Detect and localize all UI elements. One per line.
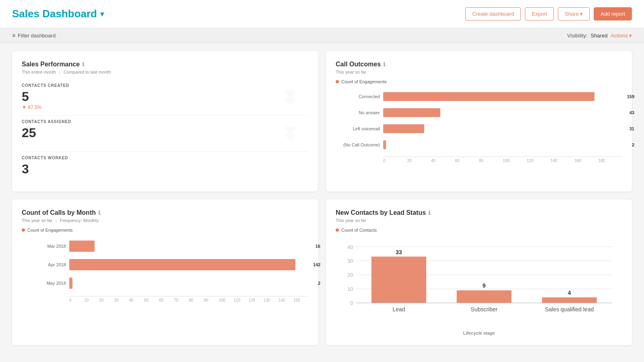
hbar-fill <box>383 140 386 149</box>
header: Sales Dashboard ▾ Create dashboard Expor… <box>0 0 644 28</box>
hbar-track: 142 <box>69 259 308 270</box>
count-of-calls-bar-row: Mar 2018 16 <box>22 241 308 252</box>
count-of-calls-date-range: This year so far | Frequency: Monthly <box>22 218 308 223</box>
hbar-fill <box>69 241 95 252</box>
sales-performance-date-range: This entire month | Compared to last mon… <box>22 70 308 74</box>
chevron-decoration-2 <box>280 123 300 144</box>
header-actions: Create dashboard Export Share ▾ Add repo… <box>465 7 632 21</box>
create-dashboard-button[interactable]: Create dashboard <box>465 7 521 21</box>
hbar-track: 43 <box>383 108 622 117</box>
contacts-created-section: CONTACTS CREATED 5 ▼ 87.5% <box>22 79 308 115</box>
new-contacts-title: New Contacts by Lead Status ℹ <box>336 209 622 216</box>
hbar-value: 43 <box>630 110 634 115</box>
new-contacts-card: New Contacts by Lead Status ℹ This year … <box>326 200 632 345</box>
hbar-value: 2 <box>632 142 634 147</box>
contacts-worked-value: 3 <box>22 162 308 175</box>
new-contacts-date-range: This year so far <box>336 218 622 223</box>
filter-label: Filter dashboard <box>18 33 56 39</box>
hbar-track: 31 <box>383 124 622 133</box>
toolbar: ≡ Filter dashboard Visibility: Shared Ac… <box>0 28 644 43</box>
hbar-label: Left voicemail <box>336 126 380 131</box>
svg-text:0: 0 <box>350 300 353 306</box>
export-button[interactable]: Export <box>525 7 554 21</box>
contacts-assigned-change: - <box>22 141 308 146</box>
hbar-value: 16 <box>316 244 320 249</box>
dashboard-grid: Sales Performance ℹ This entire month | … <box>0 43 644 353</box>
date-range-value: This entire month <box>22 70 56 74</box>
col-bar <box>542 297 597 303</box>
contacts-created-value: 5 <box>22 90 308 103</box>
page-title: Sales Dashboard <box>12 8 97 20</box>
filter-icon: ≡ <box>12 32 15 39</box>
share-button[interactable]: Share ▾ <box>558 7 590 21</box>
col-bar-value: 4 <box>568 290 571 296</box>
actions-button[interactable]: Actions ▾ <box>611 33 632 39</box>
sales-performance-info-icon[interactable]: ℹ <box>82 61 84 68</box>
count-of-calls-bar-row: Apr 2018 142 <box>22 259 308 270</box>
new-contacts-chart: 01020304033Lead9Subscriber4Sales qualifi… <box>336 237 622 335</box>
hbar-track: 159 <box>383 92 622 101</box>
sales-performance-card: Sales Performance ℹ This entire month | … <box>12 51 318 191</box>
hbar-fill <box>383 108 440 117</box>
col-bar <box>372 257 426 303</box>
visibility-area: Visibility: Shared Actions ▾ <box>567 33 632 39</box>
count-of-calls-title: Count of Calls by Month ℹ <box>22 209 308 216</box>
chevron-decoration-1 <box>280 86 300 108</box>
new-contacts-info-icon[interactable]: ℹ <box>428 210 430 216</box>
hbar-fill <box>383 92 594 101</box>
contacts-worked-label: CONTACTS WORKED <box>22 156 308 160</box>
svg-text:40: 40 <box>347 244 353 250</box>
col-bar <box>457 290 512 303</box>
visibility-label: Visibility: <box>567 33 587 39</box>
sales-performance-title: Sales Performance ℹ <box>22 61 308 68</box>
legend-dot-2 <box>22 228 25 232</box>
contacts-assigned-section: CONTACTS ASSIGNED 25 - <box>22 115 308 152</box>
hbar-fill <box>383 124 424 133</box>
call-outcomes-legend: Count of Engagements <box>336 79 622 84</box>
contacts-created-change: ▼ 87.5% <box>22 105 308 110</box>
contacts-created-label: CONTACTS CREATED <box>22 83 308 88</box>
hbar-fill <box>69 278 72 289</box>
count-of-calls-card: Count of Calls by Month ℹ This year so f… <box>12 200 318 345</box>
legend-dot-3 <box>336 228 339 232</box>
contacts-assigned-value: 25 <box>22 126 308 139</box>
call-outcomes-bar-row: Left voicemail 31 <box>336 124 622 133</box>
call-outcomes-title: Call Outcomes ℹ <box>336 61 622 68</box>
call-outcomes-info-icon[interactable]: ℹ <box>383 61 385 68</box>
hbar-value: 159 <box>627 94 634 99</box>
svg-text:20: 20 <box>347 272 353 278</box>
svg-text:30: 30 <box>347 258 353 264</box>
call-outcomes-card: Call Outcomes ℹ This year so far Count o… <box>326 51 632 191</box>
hbar-label: (No Call Outcome) <box>336 142 380 147</box>
x-axis-label: Lifecycle stage <box>336 331 622 335</box>
hbar-label: Connected <box>336 94 380 99</box>
count-of-calls-chart: Mar 2018 16 Apr 2018 142 May 2018 <box>22 237 308 306</box>
filter-dashboard-button[interactable]: ≡ Filter dashboard <box>12 32 56 39</box>
hbar-fill <box>69 259 295 270</box>
count-of-calls-info-icon[interactable]: ℹ <box>98 210 100 216</box>
hbar-value: 31 <box>630 126 634 131</box>
call-outcomes-bar-row: No answer 43 <box>336 108 622 117</box>
contacts-assigned-label: CONTACTS ASSIGNED <box>22 119 308 124</box>
count-of-calls-bar-row: May 2018 2 <box>22 278 308 289</box>
new-contacts-svg: 01020304033Lead9Subscriber4Sales qualifi… <box>336 237 622 329</box>
hbar-label: Mar 2018 <box>22 244 66 249</box>
call-outcomes-date-range: This year so far <box>336 70 622 74</box>
hbar-label: Apr 2018 <box>22 262 66 267</box>
col-bar-value: 33 <box>396 249 402 255</box>
col-bar-label: Subscriber <box>471 306 497 313</box>
svg-text:10: 10 <box>347 286 353 292</box>
hbar-track: 2 <box>383 140 622 149</box>
add-report-button[interactable]: Add report <box>594 7 632 21</box>
hbar-value: 142 <box>313 262 320 267</box>
hbar-value: 2 <box>318 281 320 286</box>
call-outcomes-bar-row: (No Call Outcome) 2 <box>336 140 622 149</box>
legend-dot <box>336 80 339 83</box>
col-bar-value: 9 <box>483 282 486 289</box>
visibility-value: Shared <box>590 33 607 39</box>
count-of-calls-axis: 0102030405060708090100110120130140150 <box>69 296 308 302</box>
title-dropdown-icon[interactable]: ▾ <box>100 10 104 19</box>
call-outcomes-chart: Connected 159 No answer 43 Left voicemai… <box>336 88 622 167</box>
hbar-label: May 2018 <box>22 281 66 286</box>
col-bar-label: Sales qualified lead <box>545 306 594 313</box>
